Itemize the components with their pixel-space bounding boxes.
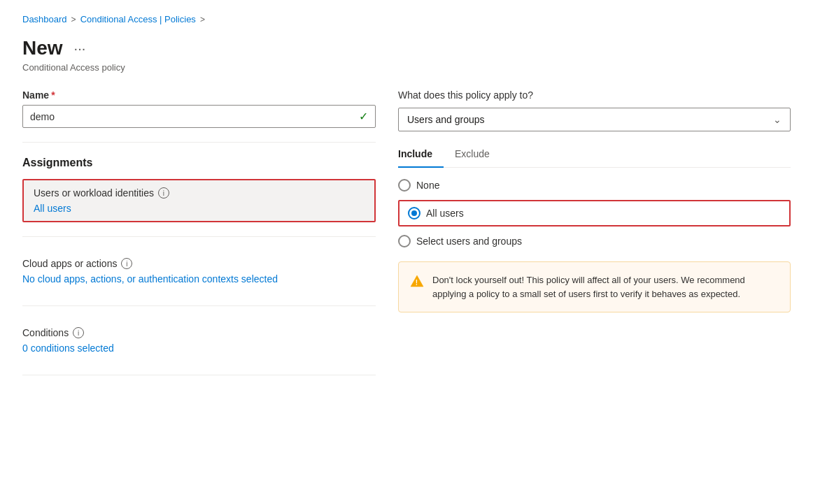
warning-text: Don't lock yourself out! This policy wil… bbox=[432, 273, 779, 301]
include-exclude-tabs: Include Exclude bbox=[398, 143, 791, 168]
radio-all-users-input[interactable] bbox=[408, 207, 420, 219]
dropdown-value: Users and groups bbox=[407, 114, 485, 125]
breadcrumb-sep-1: > bbox=[71, 15, 76, 24]
page-title: New bbox=[22, 37, 63, 59]
right-panel: What does this policy apply to? Users an… bbox=[398, 89, 791, 312]
required-indicator: * bbox=[51, 89, 55, 101]
assignment-users-workload[interactable]: Users or workload identities i All users bbox=[22, 179, 376, 222]
tab-include[interactable]: Include bbox=[398, 143, 444, 168]
tab-exclude[interactable]: Exclude bbox=[444, 143, 501, 168]
svg-text:!: ! bbox=[416, 279, 418, 287]
divider-2 bbox=[22, 236, 376, 237]
assignment-cloud-value[interactable]: No cloud apps, actions, or authenticatio… bbox=[22, 273, 278, 285]
assignment-conditions-value[interactable]: 0 conditions selected bbox=[22, 343, 114, 354]
dropdown-chevron-icon: ⌄ bbox=[773, 114, 782, 125]
radio-none[interactable]: None bbox=[398, 179, 791, 192]
radio-none-label: None bbox=[416, 180, 439, 191]
divider-4 bbox=[22, 375, 376, 375]
radio-none-input[interactable] bbox=[398, 179, 411, 192]
radio-all-users-label: All users bbox=[426, 208, 464, 219]
name-checkmark-icon: ✓ bbox=[359, 110, 368, 123]
radio-select-users-input[interactable] bbox=[398, 235, 411, 247]
radio-all-users-dot bbox=[411, 210, 417, 216]
warning-triangle-icon: ! bbox=[410, 274, 424, 288]
radio-all-users-box[interactable]: All users bbox=[398, 200, 791, 226]
assignment-cloud-apps[interactable]: Cloud apps or actions i No cloud apps, a… bbox=[22, 251, 376, 291]
breadcrumb: Dashboard > Conditional Access | Policie… bbox=[22, 14, 791, 24]
more-options-button[interactable]: ··· bbox=[70, 39, 90, 58]
warning-box: ! Don't lock yourself out! This policy w… bbox=[398, 261, 791, 312]
assignment-conditions[interactable]: Conditions i 0 conditions selected bbox=[22, 320, 376, 361]
assignments-title: Assignments bbox=[22, 157, 376, 169]
page-subtitle: Conditional Access policy bbox=[22, 62, 791, 73]
main-layout: Name * demo ✓ Assignments Users or workl… bbox=[22, 89, 791, 389]
assignment-conditions-label: Conditions bbox=[22, 327, 69, 338]
breadcrumb-conditional-access[interactable]: Conditional Access | Policies bbox=[80, 14, 196, 24]
breadcrumb-sep-2: > bbox=[200, 15, 205, 24]
assignment-users-value[interactable]: All users bbox=[34, 203, 71, 214]
breadcrumb-dashboard[interactable]: Dashboard bbox=[22, 14, 67, 24]
page-header: New ··· Conditional Access policy bbox=[22, 37, 791, 73]
conditions-info-icon[interactable]: i bbox=[73, 327, 84, 338]
users-info-icon[interactable]: i bbox=[158, 187, 169, 199]
policy-apply-label: What does this policy apply to? bbox=[398, 89, 791, 101]
users-groups-dropdown[interactable]: Users and groups ⌄ bbox=[398, 108, 791, 131]
name-field-label: Name * bbox=[22, 89, 376, 101]
divider-1 bbox=[22, 142, 376, 143]
cloud-info-icon[interactable]: i bbox=[121, 258, 132, 269]
assignment-users-label: Users or workload identities bbox=[34, 187, 154, 199]
radio-options: None All users Select users and groups bbox=[398, 179, 791, 247]
name-input-value: demo bbox=[30, 111, 55, 122]
divider-3 bbox=[22, 305, 376, 306]
name-input[interactable]: demo ✓ bbox=[22, 105, 376, 128]
left-panel: Name * demo ✓ Assignments Users or workl… bbox=[22, 89, 376, 389]
assignment-cloud-label: Cloud apps or actions bbox=[22, 258, 117, 269]
radio-select-users[interactable]: Select users and groups bbox=[398, 235, 791, 247]
radio-select-users-label: Select users and groups bbox=[416, 236, 522, 247]
